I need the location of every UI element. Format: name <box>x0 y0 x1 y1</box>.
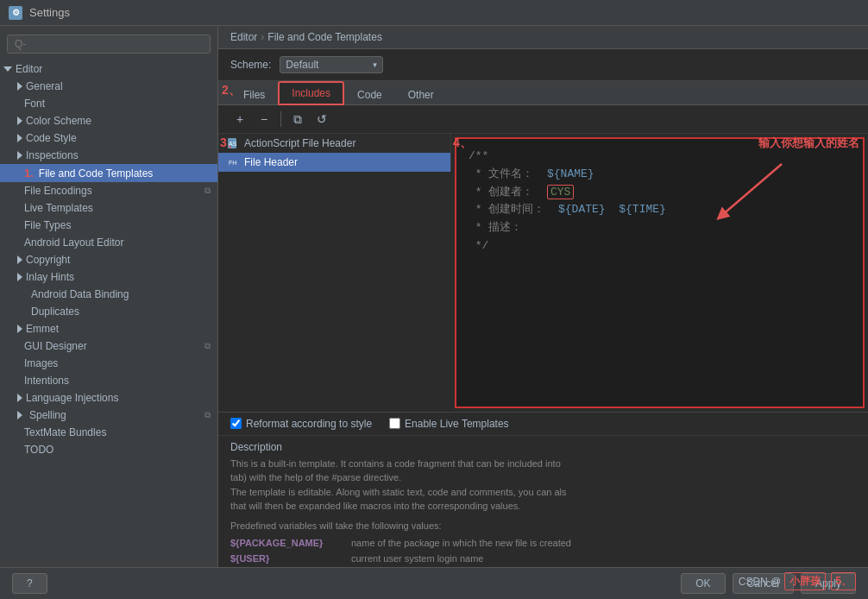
breadcrumb: Editor › File and Code Templates <box>218 26 868 49</box>
scheme-select[interactable]: Default Project <box>280 56 383 73</box>
sidebar-item-copyright[interactable]: Copyright <box>0 251 217 268</box>
tab-includes[interactable]: Includes <box>278 81 344 105</box>
tabs-wrapper: 2、 Files Includes Code Other <box>218 81 868 105</box>
dialog-content: Editor General Font Color Scheme Code St… <box>0 26 868 567</box>
ok-button[interactable]: OK <box>681 573 725 594</box>
app-icon: ⚙ <box>9 6 22 20</box>
cn-annotation-wrapper: 输入你想输入的姓名 <box>758 136 859 151</box>
step-5-label: 5、 <box>831 572 856 590</box>
sidebar-item-inspections[interactable]: Inspections <box>0 147 217 164</box>
sidebar-item-file-encodings[interactable]: File Encodings ⧉ <box>0 182 217 199</box>
add-button[interactable]: + <box>230 110 249 129</box>
sidebar-item-intentions[interactable]: Intentions <box>0 372 217 389</box>
sidebar-item-editor[interactable]: Editor <box>0 60 217 78</box>
template-name: ActionScript File Header <box>244 137 355 149</box>
sidebar-item-font[interactable]: Font <box>0 95 217 112</box>
reformat-checkbox[interactable] <box>230 418 242 429</box>
sidebar-label: Duplicates <box>31 306 79 318</box>
sidebar-item-language-injections[interactable]: Language Injections <box>0 389 217 407</box>
file-icon: FH <box>227 156 239 168</box>
sidebar-label: GUI Designer <box>24 340 87 352</box>
editor-panel: 3、 AS ActionScript File Header <box>218 134 868 412</box>
sidebar-item-textmate-bundles[interactable]: TextMate Bundles <box>0 424 217 441</box>
reformat-label: Reformat according to style <box>246 418 372 430</box>
template-item-actionscript[interactable]: AS ActionScript File Header <box>218 134 450 153</box>
reformat-checkbox-label[interactable]: Reformat according to style <box>230 418 372 430</box>
description-text-1: This is a built-in template. It contains… <box>230 457 856 471</box>
var-desc-1: name of the package in which the new fil… <box>351 538 571 548</box>
sidebar-label: Android Layout Editor <box>24 236 123 249</box>
title-bar: ⚙ Settings <box>0 0 868 26</box>
watermark-brand: 小胖孩 <box>784 572 826 590</box>
sidebar-item-general[interactable]: General <box>0 78 217 95</box>
expand-icon <box>17 117 22 125</box>
settings-dialog: Editor General Font Color Scheme Code St… <box>0 26 868 599</box>
description-title: Description <box>230 441 856 453</box>
var-desc-2: current user system login name <box>351 553 483 564</box>
sidebar-label: General <box>26 80 63 92</box>
step-4-label: 4、 <box>453 136 472 151</box>
sidebar-item-emmet[interactable]: Emmet <box>0 320 217 337</box>
sidebar-item-gui-designer[interactable]: GUI Designer ⧉ <box>0 337 217 355</box>
code-line: * 描述： <box>469 219 851 237</box>
step-1-label: 1. <box>24 167 34 180</box>
sidebar-label: TextMate Bundles <box>24 426 106 438</box>
sidebar-label: Code Style <box>26 132 77 144</box>
code-editor[interactable]: /** * 文件名： ${NAME} * 创建者： CYS * 创建时间： ${… <box>455 137 865 408</box>
help-button[interactable]: ? <box>12 573 47 594</box>
expand-icon <box>3 66 12 72</box>
sidebar-item-todo[interactable]: TODO <box>0 441 217 458</box>
breadcrumb-page: File and Code Templates <box>267 31 382 43</box>
expand-icon <box>17 325 22 333</box>
search-input[interactable] <box>7 35 211 54</box>
copy-button[interactable]: ⧉ <box>288 110 307 129</box>
sidebar-item-code-style[interactable]: Code Style <box>0 129 217 147</box>
sidebar-label: Live Templates <box>24 202 93 214</box>
sidebar-label: Images <box>24 357 58 369</box>
copy-icon: ⧉ <box>204 341 211 351</box>
expand-icon <box>17 411 22 419</box>
template-list-wrapper: 3、 AS ActionScript File Header <box>218 134 451 412</box>
template-item-file-header[interactable]: FH File Header <box>218 153 450 172</box>
checkbox-row: Reformat according to style Enable Live … <box>218 413 868 436</box>
breadcrumb-editor[interactable]: Editor <box>230 31 257 43</box>
tab-other[interactable]: Other <box>395 84 447 105</box>
live-templates-label: Enable Live Templates <box>405 418 509 430</box>
toolbar-separator <box>280 111 281 127</box>
sidebar-item-android-layout-editor[interactable]: Android Layout Editor <box>0 234 217 251</box>
tabs-bar: Files Includes Code Other <box>218 81 868 105</box>
code-line: * 创建者： CYS <box>469 184 851 202</box>
sidebar-item-color-scheme[interactable]: Color Scheme <box>0 112 217 129</box>
window-title: Settings <box>29 6 70 19</box>
bottom-area: Reformat according to style Enable Live … <box>218 412 868 568</box>
sidebar-item-spelling[interactable]: Spelling ⧉ <box>0 407 217 424</box>
live-templates-checkbox-label[interactable]: Enable Live Templates <box>389 418 509 430</box>
expand-icon <box>17 394 22 402</box>
step-2-label: 2、 <box>222 83 241 98</box>
scheme-bar: Scheme: Default Project <box>218 49 868 81</box>
copy-icon: ⧉ <box>204 410 211 420</box>
sidebar-item-file-types[interactable]: File Types <box>0 217 217 234</box>
sidebar-item-images[interactable]: Images <box>0 355 217 372</box>
expand-icon <box>17 134 22 142</box>
sidebar-item-file-and-code-templates[interactable]: 1. File and Code Templates <box>0 164 217 182</box>
reset-button[interactable]: ↺ <box>312 110 331 129</box>
sidebar-item-android-data-binding[interactable]: Android Data Binding <box>0 286 217 303</box>
main-content: Editor › File and Code Templates Scheme:… <box>218 26 868 567</box>
live-templates-checkbox[interactable] <box>389 418 400 429</box>
description-text-3: The template is editable. Along with sta… <box>230 485 856 500</box>
svg-text:FH: FH <box>229 160 236 166</box>
copy-icon: ⧉ <box>204 186 211 196</box>
sidebar-item-live-templates[interactable]: Live Templates <box>0 199 217 217</box>
tab-code[interactable]: Code <box>344 84 395 105</box>
var-name-1: ${PACKAGE_NAME} <box>230 538 343 548</box>
expand-icon <box>17 82 22 91</box>
sidebar-item-inlay-hints[interactable]: Inlay Hints <box>0 268 217 286</box>
sidebar-item-duplicates[interactable]: Duplicates <box>0 303 217 320</box>
sidebar-label: File Types <box>24 219 71 231</box>
var-row-1: ${PACKAGE_NAME} name of the package in w… <box>230 538 856 548</box>
remove-button[interactable]: − <box>255 110 274 129</box>
sidebar-label: Inlay Hints <box>26 271 74 283</box>
sidebar-label: Android Data Binding <box>31 288 129 300</box>
watermark-prefix: CSDN @ <box>739 576 782 588</box>
